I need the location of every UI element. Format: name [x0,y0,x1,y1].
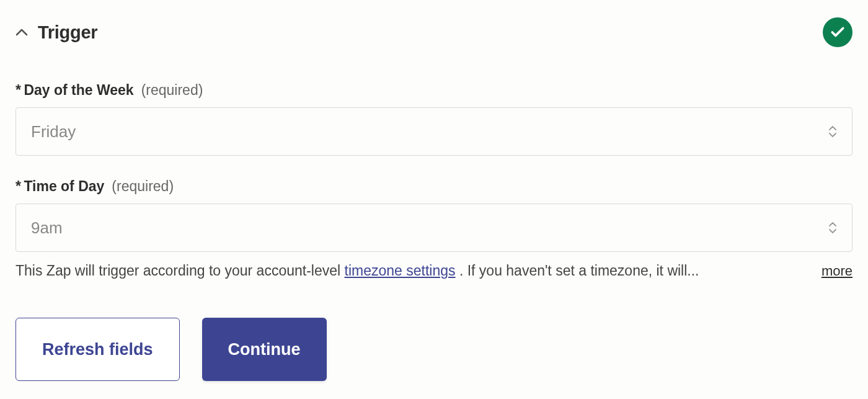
timezone-settings-link[interactable]: timezone settings [345,262,456,279]
time-of-day-select[interactable]: 9am [16,204,852,252]
required-asterisk: * [16,178,21,194]
section-title: Trigger [38,22,97,43]
required-text: (required) [112,178,174,195]
continue-button[interactable]: Continue [202,318,327,381]
button-row: Refresh fields Continue [16,318,852,381]
time-of-day-value: 9am [31,218,63,238]
checkmark-icon [830,24,846,40]
helper-row: This Zap will trigger according to your … [16,261,852,280]
section-header: Trigger [16,17,852,47]
field-label-row: * Time of Day (required) [16,178,852,195]
select-chevrons-icon [828,126,837,137]
time-of-day-label: Time of Day [24,178,104,194]
field-label-row: * Day of the Week (required) [16,82,852,99]
field-label-wrap: * Day of the Week [16,82,134,99]
chevron-up-icon[interactable] [16,26,28,38]
field-label-wrap: * Time of Day [16,178,104,195]
helper-text-after: . If you haven't set a timezone, it will… [456,262,699,279]
helper-text-before: This Zap will trigger according to your … [16,262,345,279]
day-of-week-field-group: * Day of the Week (required) Friday [16,82,852,156]
helper-text: This Zap will trigger according to your … [16,261,699,280]
day-of-week-select[interactable]: Friday [16,107,852,156]
header-left: Trigger [16,22,97,43]
day-of-week-label: Day of the Week [24,82,133,98]
required-text: (required) [141,82,203,99]
day-of-week-value: Friday [31,122,76,141]
more-link[interactable]: more [822,263,852,279]
status-success-badge [823,17,852,47]
refresh-fields-button[interactable]: Refresh fields [16,318,180,381]
time-of-day-field-group: * Time of Day (required) 9am This Zap wi… [16,178,852,280]
required-asterisk: * [16,82,21,98]
select-chevrons-icon [828,222,837,233]
